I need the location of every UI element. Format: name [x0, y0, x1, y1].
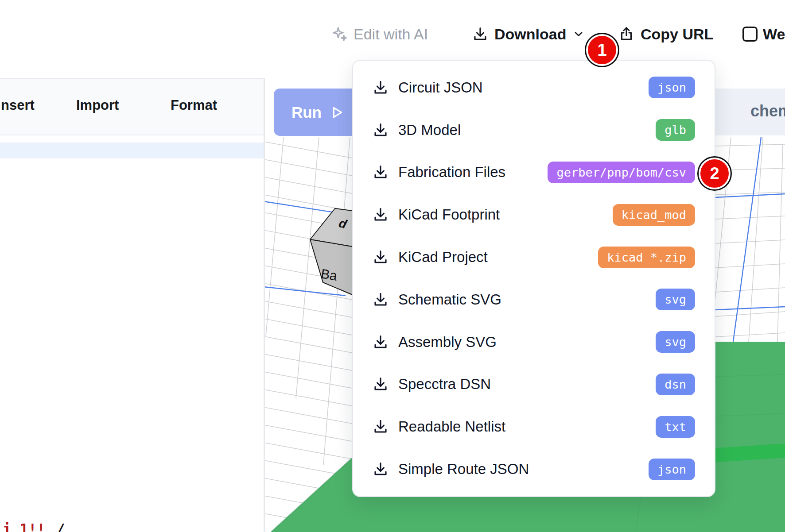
- panel-divider[interactable]: [264, 78, 265, 532]
- download-icon: [373, 461, 389, 477]
- edit-with-ai-label: Edit with AI: [354, 26, 428, 43]
- download-icon: [373, 164, 389, 180]
- download-icon: [373, 334, 389, 350]
- copy-url-label: Copy URL: [641, 26, 713, 43]
- share-icon: [618, 26, 634, 42]
- annotation-step-1: 1: [586, 34, 618, 66]
- download-icon: [472, 26, 488, 42]
- file-format-badge: kicad_mod: [613, 204, 695, 226]
- download-menu-item[interactable]: Assembly SVG svg: [353, 321, 715, 363]
- app-root: { "toolbar": { "edit_with_ai": "Edit wit…: [0, 0, 785, 532]
- webview-toggle[interactable]: We: [742, 20, 785, 48]
- annotation-step-2: 2: [699, 158, 731, 189]
- editor-menubar: nsert Import Format: [0, 78, 264, 135]
- edit-with-ai-button[interactable]: Edit with AI: [330, 20, 428, 48]
- copy-url-button[interactable]: Copy URL: [618, 20, 713, 48]
- download-menu-item[interactable]: KiCad Project kicad_*.zip: [353, 236, 715, 278]
- download-icon: [373, 80, 389, 96]
- webview-label: We: [763, 26, 785, 43]
- download-icon: [373, 249, 389, 265]
- download-icon: [373, 376, 389, 392]
- download-menu-item[interactable]: Circuit JSON json: [353, 66, 715, 109]
- menubar-item-format[interactable]: Format: [171, 97, 217, 113]
- download-menu-item-label: 3D Model: [398, 122, 461, 139]
- download-menu-item-label: Assembly SVG: [398, 334, 497, 351]
- download-menu-item-label: Circuit JSON: [398, 79, 483, 96]
- file-format-badge: json: [649, 459, 695, 480]
- file-format-badge: svg: [656, 331, 695, 353]
- file-format-badge: json: [649, 77, 695, 98]
- editor-highlighted-line[interactable]: [0, 143, 264, 158]
- menubar-item-import[interactable]: Import: [76, 97, 119, 113]
- download-menu-item[interactable]: KiCad Footprint kicad_mod: [353, 193, 715, 236]
- download-menu-item-label: KiCad Footprint: [398, 206, 500, 223]
- download-menu-item[interactable]: Readable Netlist txt: [353, 405, 715, 448]
- editor-error-text: i 1!!/: [3, 520, 66, 532]
- download-dropdown-menu: Circuit JSON json 3D Model glb Fabricati…: [352, 60, 715, 497]
- sparkle-icon: [330, 26, 347, 42]
- download-menu-item-label: Fabrication Files: [398, 164, 505, 181]
- download-menu-item-label: KiCad Project: [398, 249, 488, 266]
- file-format-badge: dsn: [656, 374, 695, 395]
- play-icon: [330, 105, 344, 120]
- download-menu-item-label: Specctra DSN: [398, 376, 491, 393]
- component-box-front-label: Ba: [320, 266, 338, 283]
- run-button[interactable]: Run: [274, 89, 361, 136]
- download-menu-item-label: Readable Netlist: [398, 418, 505, 435]
- tab-schematic[interactable]: chemati: [750, 102, 785, 120]
- download-icon: [373, 122, 389, 138]
- menubar-item-insert[interactable]: nsert: [1, 97, 35, 113]
- file-format-badge: gerber/pnp/bom/csv: [548, 162, 695, 183]
- download-button[interactable]: Download: [472, 20, 585, 48]
- file-format-badge: svg: [656, 289, 695, 310]
- chevron-down-icon: [572, 28, 585, 40]
- file-format-badge: kicad_*.zip: [598, 247, 695, 268]
- download-menu-item[interactable]: Schematic SVG svg: [353, 278, 715, 321]
- webview-checkbox[interactable]: [742, 27, 758, 42]
- download-label: Download: [494, 26, 566, 43]
- download-menu-item[interactable]: Fabrication Files gerber/pnp/bom/csv: [353, 151, 715, 194]
- download-menu-item[interactable]: 3D Model glb: [353, 109, 715, 151]
- run-label: Run: [291, 104, 322, 121]
- download-icon: [373, 292, 389, 308]
- download-icon: [373, 207, 389, 223]
- editor-code-fragment: /: [57, 520, 65, 532]
- download-icon: [373, 419, 389, 435]
- download-menu-item[interactable]: Simple Route JSON json: [353, 448, 715, 490]
- file-format-badge: glb: [656, 119, 695, 141]
- download-menu-item-label: Schematic SVG: [398, 291, 501, 308]
- file-format-badge: txt: [656, 416, 695, 438]
- download-menu-item[interactable]: Specctra DSN dsn: [353, 363, 715, 406]
- download-menu-item-label: Simple Route JSON: [398, 461, 529, 478]
